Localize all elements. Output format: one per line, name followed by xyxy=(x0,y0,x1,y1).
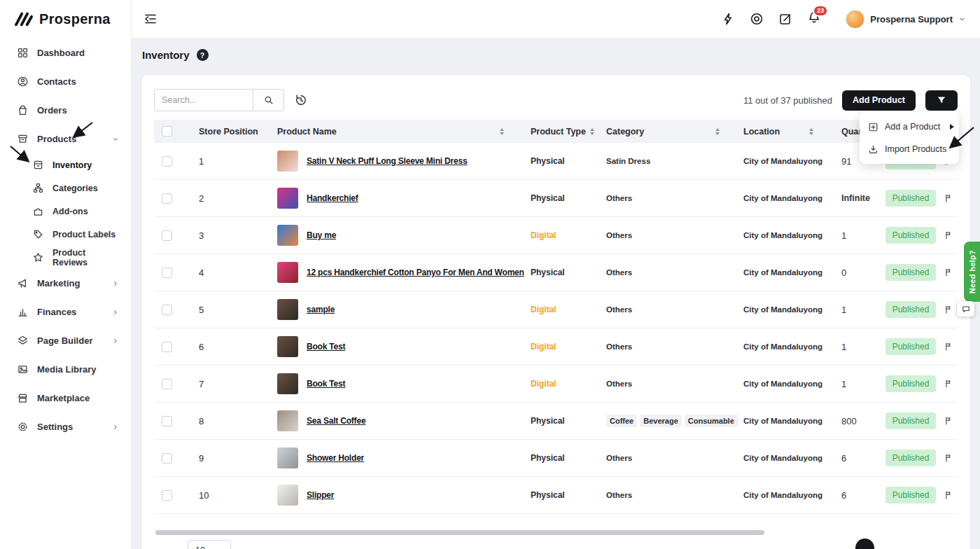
topbar-actions: 23 Prosperna Support xyxy=(721,10,980,29)
history-icon[interactable] xyxy=(294,93,308,107)
product-name-link[interactable]: 12 pcs Handkerchief Cotton Panyo For Men… xyxy=(307,267,524,277)
table-row: 8 Sea Salt Coffee Physical CoffeeBeverag… xyxy=(154,403,958,440)
store-position-value: 7 xyxy=(186,379,265,389)
user-menu[interactable]: Prosperna Support xyxy=(846,10,966,29)
sidebar-item-marketing[interactable]: Marketing xyxy=(0,269,131,298)
media-library-image-icon xyxy=(17,363,29,375)
product-type-value: Physical xyxy=(511,267,585,277)
add-product-button[interactable]: Add Product xyxy=(842,90,916,111)
product-name-link[interactable]: Buy me xyxy=(307,230,336,240)
sidebar-item-page-builder[interactable]: Page Builder xyxy=(0,326,131,355)
sidebar-item-orders[interactable]: Orders xyxy=(0,96,131,125)
need-help-label: Need help? xyxy=(968,250,976,293)
product-location-value: City of Mandaluyong xyxy=(722,342,813,351)
sort-icon[interactable] xyxy=(500,128,504,135)
product-categories: CoffeeBeverageConsumable xyxy=(585,415,722,427)
product-thumbnail xyxy=(277,485,298,506)
product-name-link[interactable]: Book Test xyxy=(307,379,345,389)
finances-chart-icon xyxy=(17,306,29,318)
flag-icon[interactable] xyxy=(944,230,953,240)
inventory-card: 11 out of 37 published Add Product Add a… xyxy=(141,75,970,549)
orders-bag-icon xyxy=(17,104,29,116)
table-row: 4 12 pcs Handkerchief Cotton Panyo For M… xyxy=(154,254,958,291)
marketplace-store-icon xyxy=(17,392,29,404)
product-thumbnail xyxy=(277,188,298,209)
search-button[interactable] xyxy=(253,89,284,111)
product-name-link[interactable]: Shower Holder xyxy=(307,453,364,463)
select-all-checkbox[interactable] xyxy=(162,126,172,137)
product-name-link[interactable]: Slipper xyxy=(307,490,334,500)
product-name-link[interactable]: Sea Salt Coffee xyxy=(307,416,365,426)
brand-logo[interactable]: Prosperna xyxy=(0,0,131,36)
sort-icon[interactable] xyxy=(715,128,720,135)
flag-icon[interactable] xyxy=(944,490,953,500)
menu-item-add-a-product[interactable]: Add a Product xyxy=(860,116,959,138)
flag-icon[interactable] xyxy=(944,453,953,463)
sidebar-collapse-icon[interactable] xyxy=(143,11,158,27)
filter-button[interactable] xyxy=(925,90,958,111)
pagination-current-page[interactable] xyxy=(855,538,874,549)
row-checkbox[interactable] xyxy=(162,267,172,278)
sidebar-item-contacts[interactable]: Contacts xyxy=(0,67,131,96)
category-chip: Others xyxy=(606,380,632,388)
edit-icon[interactable] xyxy=(778,12,792,26)
page-builder-layers-icon xyxy=(17,335,29,347)
product-quantity-value: 6 xyxy=(813,453,883,464)
row-checkbox[interactable] xyxy=(162,156,172,167)
product-quantity-value: 800 xyxy=(813,416,883,426)
category-chip: Others xyxy=(606,342,632,351)
column-category: Category xyxy=(585,127,722,137)
toolbar-right: 11 out of 37 published Add Product xyxy=(743,90,958,111)
product-categories: Satin Dress xyxy=(585,157,722,165)
row-checkbox[interactable] xyxy=(162,305,172,315)
page-size-select[interactable]: 10 xyxy=(188,540,231,549)
sidebar-item-products[interactable]: Products xyxy=(0,125,131,153)
sidebar-item-categories[interactable]: Categories xyxy=(0,176,131,200)
product-name-link[interactable]: Book Test xyxy=(307,342,345,352)
flag-icon[interactable] xyxy=(944,416,953,426)
chevron-right-icon xyxy=(111,279,120,288)
flag-icon[interactable] xyxy=(944,342,953,352)
row-checkbox[interactable] xyxy=(162,379,172,389)
row-checkbox[interactable] xyxy=(162,342,172,352)
target-icon[interactable] xyxy=(750,12,764,26)
flag-icon[interactable] xyxy=(944,379,953,389)
menu-item-import-products[interactable]: Import Products xyxy=(860,138,959,160)
sidebar-item-inventory[interactable]: Inventory xyxy=(0,153,131,176)
sidebar-item-dashboard[interactable]: Dashboard xyxy=(0,39,131,67)
product-thumbnail xyxy=(277,336,298,357)
sidebar-item-add-ons[interactable]: Add-ons xyxy=(0,200,131,223)
card-toolbar: 11 out of 37 published Add Product xyxy=(141,75,970,120)
notifications-button[interactable]: 23 xyxy=(807,11,821,27)
sidebar-item-media-library[interactable]: Media Library xyxy=(0,355,131,384)
horizontal-scrollbar[interactable] xyxy=(155,530,764,535)
row-checkbox[interactable] xyxy=(162,490,172,501)
prosperna-logo-icon xyxy=(14,11,34,27)
sidebar-item-settings[interactable]: Settings xyxy=(0,412,131,441)
row-checkbox[interactable] xyxy=(162,230,172,241)
need-help-tab[interactable]: Need help? xyxy=(964,242,980,302)
sidebar-item-product-reviews[interactable]: Product Reviews xyxy=(0,246,131,269)
flag-icon[interactable] xyxy=(944,267,953,277)
sidebar-item-product-labels[interactable]: Product Labels xyxy=(0,223,131,246)
chat-launcher[interactable] xyxy=(957,301,974,317)
product-name-link[interactable]: sample xyxy=(307,305,335,314)
row-checkbox[interactable] xyxy=(162,453,172,464)
product-location-value: City of Mandaluyong xyxy=(722,231,813,239)
help-icon[interactable]: ? xyxy=(197,49,209,61)
row-checkbox[interactable] xyxy=(162,416,172,426)
product-location-value: City of Mandaluyong xyxy=(722,268,813,277)
product-thumbnail xyxy=(277,299,298,320)
row-checkbox[interactable] xyxy=(162,193,172,204)
product-name-link[interactable]: Satin V Neck Puff Long Sleeve Mini Dress xyxy=(307,156,467,166)
flag-icon[interactable] xyxy=(944,193,953,203)
flag-icon[interactable] xyxy=(944,305,953,314)
product-thumbnail xyxy=(277,225,298,246)
lightning-icon[interactable] xyxy=(721,12,735,26)
search-input[interactable] xyxy=(154,89,253,111)
chevron-down-icon xyxy=(111,135,120,144)
product-type-value: Physical xyxy=(511,193,585,203)
product-name-link[interactable]: Handkerchief xyxy=(307,193,358,203)
sidebar-item-finances[interactable]: Finances xyxy=(0,298,131,326)
sidebar-item-marketplace[interactable]: Marketplace xyxy=(0,384,131,412)
